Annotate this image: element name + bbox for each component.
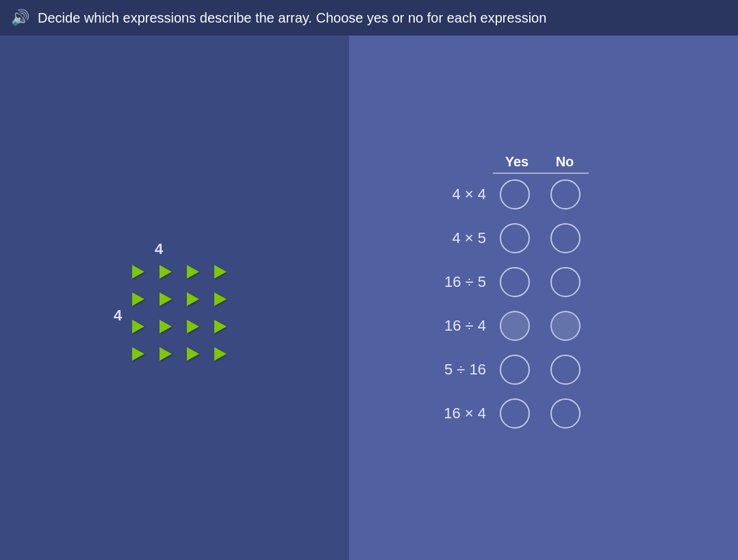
radio-group-1	[500, 179, 581, 209]
expr6-yes-radio[interactable]	[500, 398, 530, 429]
radio-group-5	[500, 355, 581, 385]
expression-label-1: 4 × 4	[377, 186, 500, 203]
array-cell-3-3	[183, 317, 203, 336]
expr1-no-radio[interactable]	[550, 179, 581, 209]
no-column-header: No	[541, 154, 589, 174]
expression-row-1: 4 × 4	[377, 179, 581, 209]
header-bar: 🔊 Decide which expressions describe the …	[0, 0, 738, 36]
array-cell-2-2	[156, 290, 175, 309]
array-cell-4-4	[211, 344, 230, 364]
expression-row-3: 16 ÷ 5	[377, 267, 581, 297]
array-cell-3-2	[156, 317, 175, 336]
expression-row-2: 4 × 5	[377, 223, 581, 253]
expression-label-6: 16 × 4	[377, 405, 500, 422]
array-row-wrapper: 4	[114, 262, 236, 369]
array-cell-1-4	[211, 262, 230, 281]
expr4-no-radio[interactable]	[550, 311, 581, 341]
array-cell-4-1	[129, 344, 148, 364]
expr1-yes-radio[interactable]	[500, 179, 530, 209]
expr5-yes-radio[interactable]	[500, 355, 530, 385]
array-cell-2-3	[183, 290, 203, 309]
expr4-yes-radio[interactable]	[500, 311, 530, 341]
yes-column-header: Yes	[493, 154, 541, 174]
expression-label-2: 4 × 5	[377, 229, 500, 247]
expression-label-5: 5 ÷ 16	[377, 361, 500, 379]
expr6-no-radio[interactable]	[550, 398, 581, 429]
left-panel: 4 4	[0, 36, 349, 560]
expr3-no-radio[interactable]	[550, 267, 581, 297]
header-text: Decide which expressions describe the ar…	[38, 10, 546, 26]
radio-group-3	[500, 267, 581, 297]
radio-group-2	[500, 223, 581, 253]
expr5-no-radio[interactable]	[550, 355, 581, 385]
expr2-yes-radio[interactable]	[500, 223, 530, 253]
array-cell-1-3	[183, 262, 203, 281]
speaker-icon[interactable]: 🔊	[11, 9, 29, 27]
array-cell-3-4	[211, 317, 230, 336]
array-grid	[129, 262, 236, 369]
array-cell-2-1	[129, 290, 148, 309]
expression-row-6: 16 × 4	[377, 398, 581, 429]
expression-label-4: 16 ÷ 4	[377, 317, 500, 335]
array-cell-1-2	[156, 262, 175, 281]
radio-group-4	[500, 311, 581, 341]
array-label-left: 4	[114, 307, 122, 324]
expression-row-5: 5 ÷ 16	[377, 355, 581, 385]
expression-row-4: 16 ÷ 4	[377, 311, 581, 341]
array-visualization: 4 4	[114, 240, 236, 369]
array-cell-2-4	[211, 290, 230, 309]
radio-group-6	[500, 398, 581, 429]
expr3-yes-radio[interactable]	[500, 267, 530, 297]
expr2-no-radio[interactable]	[550, 223, 581, 253]
column-headers: Yes No	[493, 154, 589, 174]
right-panel: Yes No 4 × 4 4 × 5 16 ÷ 5	[349, 36, 738, 560]
array-cell-4-3	[183, 344, 203, 364]
array-cell-4-2	[156, 344, 175, 364]
array-label-top: 4	[155, 240, 163, 258]
main-content: 4 4	[0, 36, 738, 560]
expression-label-3: 16 ÷ 5	[377, 273, 500, 291]
array-cell-3-1	[129, 317, 148, 336]
array-cell-1-1	[129, 262, 148, 281]
